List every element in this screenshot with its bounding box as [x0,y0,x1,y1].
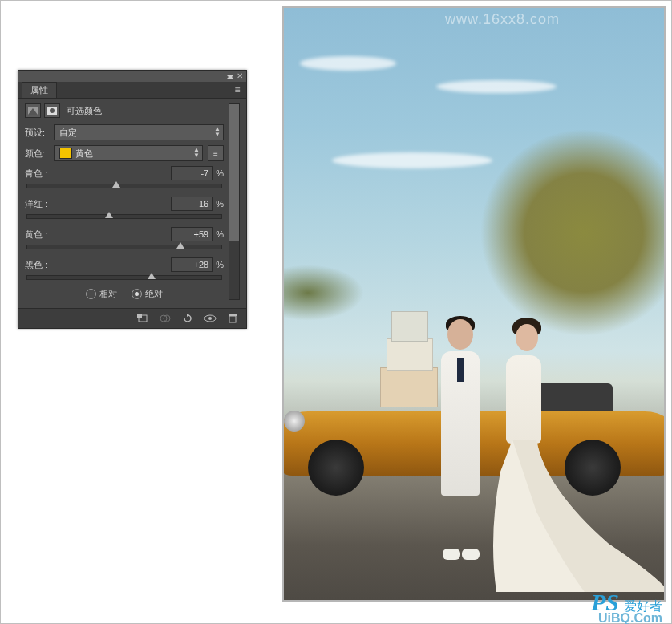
panel-scrollbar[interactable] [229,103,240,300]
slider-handle-icon[interactable] [148,273,156,281]
slider-cyan-label: 青色 : [25,168,171,180]
svg-point-5 [50,108,55,113]
slider-black: 黑色 : +28 % [25,257,224,280]
svg-marker-6 [112,181,120,188]
preset-label: 预设: [25,127,49,139]
pct-label: % [216,168,224,178]
watermark-url: UiBQ.Com [598,611,662,624]
tab-strip: 属性 ≡ [18,82,246,99]
radio-relative[interactable]: 相对 [86,288,117,300]
adjustment-title: 可选颜色 [67,105,102,117]
svg-marker-7 [105,212,113,218]
slider-black-track[interactable] [26,275,222,280]
svg-rect-17 [229,316,236,322]
slider-handle-icon[interactable] [105,212,113,220]
slider-handle-icon[interactable] [176,242,184,250]
pct-label: % [216,229,224,239]
slider-yellow: 黄色 : +59 % [25,227,224,249]
slider-black-label: 黑色 : [25,259,171,271]
radio-absolute[interactable]: 绝对 [132,288,163,300]
panel-menu-icon[interactable]: ≡ [232,84,243,95]
slider-yellow-label: 黄色 : [25,229,171,241]
colors-menu-icon[interactable]: ≡ [208,145,224,161]
slider-yellow-value[interactable]: +59 [171,227,213,241]
svg-marker-9 [148,273,156,279]
adjustment-icon[interactable] [25,103,41,118]
svg-rect-18 [229,314,237,316]
svg-marker-8 [176,242,184,249]
properties-panel: ✕ 属性 ≡ 可选颜色 预设: 自定 ▲▼ [18,70,247,329]
method-radio-group: 相对 绝对 [25,288,224,300]
collapse-icon[interactable] [227,74,232,79]
clip-to-layer-icon[interactable] [136,312,150,325]
colors-label: 颜色: [25,148,49,160]
visibility-icon[interactable] [203,312,217,325]
slider-magenta: 洋红 : -16 % [25,197,224,219]
svg-marker-14 [187,314,189,317]
slider-magenta-value[interactable]: -16 [171,197,213,211]
close-icon[interactable]: ✕ [237,72,243,80]
slider-magenta-label: 洋红 : [25,198,171,210]
svg-point-16 [208,317,212,320]
panel-titlebar[interactable]: ✕ [18,71,246,82]
watermark-top: www.16xx8.com [445,11,560,28]
pct-label: % [216,199,224,209]
mask-icon[interactable] [44,103,60,118]
panel-footer [18,308,246,328]
tab-properties[interactable]: 属性 [22,82,57,98]
slider-yellow-track[interactable] [26,245,222,249]
photo-preview: www.16xx8.com [282,6,666,602]
slider-cyan: 青色 : -7 % [25,166,224,188]
trash-icon[interactable] [225,312,240,325]
color-swatch-yellow [59,148,72,159]
slider-cyan-value[interactable]: -7 [171,166,213,180]
svg-rect-11 [137,314,142,318]
view-previous-icon[interactable] [158,312,172,325]
slider-black-value[interactable]: +28 [171,257,213,272]
reset-icon[interactable] [180,312,195,325]
preset-select[interactable]: 自定 ▲▼ [54,124,224,140]
slider-cyan-track[interactable] [26,184,222,188]
pct-label: % [216,260,224,269]
slider-magenta-track[interactable] [26,214,222,219]
colors-select[interactable]: 黄色 ▲▼ [54,145,203,161]
slider-handle-icon[interactable] [112,181,120,189]
scrollbar-thumb[interactable] [229,104,239,241]
